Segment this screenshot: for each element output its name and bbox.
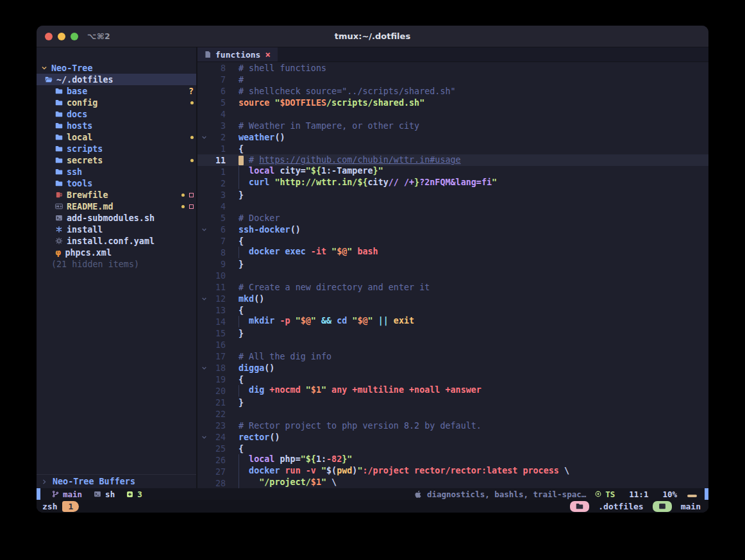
line-content: # Docker <box>239 213 280 223</box>
code-line[interactable]: 1{ <box>197 143 708 154</box>
line-number: 2 <box>208 179 226 188</box>
tree-item-ssh[interactable]: ssh <box>37 166 196 177</box>
code-line[interactable]: 17# All the dig info <box>197 350 708 362</box>
code-line[interactable]: 10 <box>197 270 708 281</box>
gear-icon <box>55 237 63 245</box>
line-number: 3 <box>208 121 226 131</box>
code-line[interactable]: 13{ <box>197 304 708 316</box>
tree-item-hosts[interactable]: hosts <box>37 120 196 131</box>
fold-chevron-icon[interactable] <box>200 434 208 440</box>
tree-item-label: tools <box>67 179 92 188</box>
code-line[interactable]: 3# Weather in Tampere, or other city <box>197 120 708 131</box>
tree-item-base[interactable]: base? <box>37 85 196 97</box>
line-number: 5 <box>208 213 226 223</box>
tree-item-readme-md[interactable]: README.md <box>37 201 196 212</box>
code-line[interactable]: 2weather() <box>197 131 708 143</box>
close-button[interactable] <box>45 33 53 40</box>
tab-close-icon[interactable]: × <box>265 49 270 60</box>
code-line[interactable]: 19{ <box>197 374 708 385</box>
line-content: # shell functions <box>239 63 326 73</box>
code-line[interactable]: 24rector() <box>197 431 708 443</box>
tree-item-install[interactable]: install <box>37 224 196 235</box>
window-title: tmux:~/.dotfiles <box>335 31 410 41</box>
code-line[interactable]: 8# shell functions <box>197 62 708 74</box>
code-line[interactable]: 7# <box>197 74 708 85</box>
tree-item-tools[interactable]: tools <box>37 177 196 189</box>
folder-icon <box>55 145 63 152</box>
tree-item-config[interactable]: config <box>37 97 196 108</box>
code-line[interactable]: 23# Rector project to php version 8.2 by… <box>197 420 708 431</box>
indent-guide <box>239 466 244 477</box>
neo-tree-buffers-header[interactable]: Neo-Tree Buffers <box>37 474 196 488</box>
tree-item-local[interactable]: local <box>37 131 196 143</box>
code-line[interactable]: 22 <box>197 408 708 420</box>
folder-icon <box>55 156 63 164</box>
code-line[interactable]: 20 dig +nocmd "$1" any +multiline +noall… <box>197 385 708 397</box>
code-line[interactable]: 28 "/project/$1" \ <box>197 477 708 488</box>
code-line[interactable]: 4 <box>197 201 708 212</box>
code-line-current[interactable]: 11 # https://github.com/chubin/wttr.in#u… <box>197 154 708 166</box>
code-line[interactable]: 15} <box>197 327 708 339</box>
fold-chevron-icon[interactable] <box>200 135 208 140</box>
code-line[interactable]: 4 <box>197 108 708 120</box>
code-line[interactable]: 6# shellcheck source="../scripts/shared.… <box>197 85 708 97</box>
tmux-window-index-badge[interactable]: 1 <box>62 501 79 512</box>
code-line[interactable]: 14 mkdir -p "$@" && cd "$@" || exit <box>197 316 708 327</box>
code-line[interactable]: 18digga() <box>197 362 708 374</box>
line-number: 21 <box>208 398 226 408</box>
tree-item-add-submodules-sh[interactable]: add-submodules.sh <box>37 212 196 224</box>
statusline: main sh 3 diagnosticls, bashls, trail-sp… <box>37 488 708 500</box>
folder-icon <box>55 87 63 95</box>
code-line[interactable]: 5# Docker <box>197 212 708 224</box>
line-number: 20 <box>208 386 226 396</box>
tmux-session-badge[interactable] <box>570 501 589 512</box>
code-line[interactable]: 6ssh-docker() <box>197 224 708 235</box>
line-content: digga() <box>239 363 274 373</box>
code-line[interactable]: 9} <box>197 258 708 270</box>
line-number: 11 <box>208 283 226 292</box>
code-line[interactable]: 26 local php="${1:-82}" <box>197 454 708 466</box>
tree-item-secrets[interactable]: secrets <box>37 154 196 166</box>
code-line[interactable]: 21} <box>197 397 708 408</box>
code-line[interactable]: 27 docker run -v "$(pwd)":/project recto… <box>197 466 708 477</box>
tree-item-docs[interactable]: docs <box>37 108 196 120</box>
window-shortcut: ⌥⌘2 <box>87 31 110 41</box>
tree-item-install-conf-yaml[interactable]: install.conf.yaml <box>37 235 196 247</box>
tree-item-scripts[interactable]: scripts <box>37 143 196 154</box>
code-line[interactable]: 7{ <box>197 235 708 247</box>
line-content: dig +nocmd "$1" any +multiline +noall +a… <box>239 385 481 397</box>
code-line[interactable]: 2 curl "http://wttr.in/${city// /+}?2nFQ… <box>197 177 708 189</box>
code-line[interactable]: 8 docker exec -it "$@" bash <box>197 247 708 258</box>
code-buffer[interactable]: 8# shell functions7#6# shellcheck source… <box>197 62 708 488</box>
code-line[interactable]: 12mkd() <box>197 293 708 304</box>
line-number: 18 <box>208 363 226 373</box>
fold-chevron-icon[interactable] <box>200 296 208 302</box>
indent-guide <box>239 454 244 466</box>
line-number: 17 <box>208 352 226 361</box>
zoom-button[interactable] <box>71 33 78 40</box>
neo-tree-header[interactable]: Neo-Tree <box>37 62 196 74</box>
code-line[interactable]: 5source "$DOTFILES/scripts/shared.sh" <box>197 97 708 108</box>
git-branch-indicator: main <box>52 490 82 499</box>
tree-item-label: phpcs.xml <box>65 248 112 258</box>
fold-chevron-icon[interactable] <box>200 365 208 371</box>
line-number: 27 <box>208 467 226 477</box>
indent-guide <box>239 166 244 177</box>
code-line[interactable]: 3} <box>197 189 708 201</box>
line-number: 13 <box>208 306 226 315</box>
cursor-position: 11:1 <box>629 490 648 499</box>
tab-functions[interactable]: functions × <box>197 47 278 62</box>
tmux-host-badge[interactable] <box>653 501 672 512</box>
code-line[interactable]: 1 local city="${1:-Tampere}" <box>197 166 708 177</box>
tree-item-brewfile[interactable]: Brewfile <box>37 189 196 201</box>
titlebar: ⌥⌘2 tmux:~/.dotfiles <box>37 26 708 47</box>
tmux-window-name[interactable]: zsh <box>42 502 57 511</box>
tree-item-phpcs-xml[interactable]: φphpcs.xml <box>37 247 196 258</box>
code-line[interactable]: 11# Create a new directory and enter it <box>197 281 708 293</box>
tree-item-dotfiles-root[interactable]: ~/.dotfiles <box>37 74 196 85</box>
code-line[interactable]: 16 <box>197 339 708 350</box>
fold-chevron-icon[interactable] <box>200 227 208 233</box>
code-line[interactable]: 25{ <box>197 443 708 454</box>
line-number: 1 <box>208 167 226 177</box>
minimize-button[interactable] <box>58 33 65 40</box>
